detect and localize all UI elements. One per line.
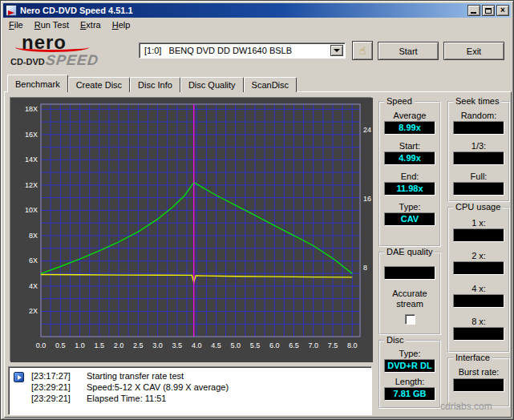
- burst-rate-value: [453, 378, 504, 392]
- menu-help[interactable]: Help: [107, 18, 136, 31]
- seek-random-label: Random:: [449, 111, 508, 120]
- dae-quality-panel: DAE quality Accurate stream: [378, 252, 441, 335]
- cpu-2x-label: 2 x:: [449, 251, 508, 260]
- minimize-button[interactable]: [467, 5, 480, 16]
- speed-panel: Speed Average 8.99x Start: 4.99x End: 11…: [378, 101, 441, 247]
- svg-text:4.0: 4.0: [192, 341, 202, 349]
- exit-button[interactable]: Exit: [443, 42, 504, 60]
- burst-rate-label: Burst rate:: [449, 367, 508, 377]
- interface-panel: Interface Burst rate:: [447, 357, 510, 407]
- title-bar[interactable]: Nero CD-DVD Speed 4.51.1 ×: [3, 3, 511, 18]
- maximize-button[interactable]: [482, 5, 495, 16]
- tab-disc-quality[interactable]: Disc Quality: [180, 77, 244, 92]
- seek-random-value: [453, 121, 504, 135]
- speed-start-label: Start:: [380, 141, 439, 151]
- svg-text:6X: 6X: [29, 256, 38, 265]
- svg-text:1.5: 1.5: [95, 341, 105, 349]
- app-icon: [6, 5, 17, 16]
- cpu-8x-value: [453, 327, 504, 341]
- log-message: Starting transfer rate test: [87, 371, 184, 381]
- svg-text:8X: 8X: [29, 232, 38, 240]
- log-timestamp: [23:29:21]: [31, 394, 71, 403]
- transfer-rate-chart: 0.00.51.01.52.02.53.03.54.04.55.05.56.06…: [10, 97, 372, 361]
- tab-create-disc[interactable]: Create Disc: [68, 77, 130, 92]
- speed-average-label: Average: [380, 111, 439, 120]
- tab-disc-info[interactable]: Disc Info: [130, 77, 180, 92]
- svg-text:6.0: 6.0: [269, 341, 280, 349]
- nero-logo-cddvd: CD-DVD: [10, 57, 45, 67]
- log-line: [23:29:21] Speed:5-12 X CAV (8.99 X aver…: [9, 382, 371, 394]
- cpu-1x-value: [453, 228, 504, 242]
- tab-scandisc[interactable]: ScanDisc: [244, 77, 297, 92]
- svg-text:3.5: 3.5: [172, 341, 183, 349]
- menu-bar: File Run Test Extra Help: [3, 18, 511, 32]
- menu-run-test[interactable]: Run Test: [29, 18, 75, 31]
- minimize-icon: [471, 12, 476, 14]
- log-timestamp: [23:29:21]: [31, 382, 71, 392]
- speed-average-value: 8.99x: [384, 121, 435, 135]
- speed-type-label: Type:: [380, 202, 439, 212]
- log-message: Elapsed Time: 11:51: [87, 394, 166, 403]
- speed-panel-title: Speed: [384, 96, 415, 106]
- disc-length-value: 7.81 GB: [384, 387, 435, 401]
- svg-text:2.0: 2.0: [114, 341, 124, 349]
- seek-times-title: Seek times: [453, 96, 501, 106]
- drive-info-button[interactable]: ☝: [352, 41, 373, 60]
- dae-quality-value: [384, 266, 435, 280]
- svg-text:18X: 18X: [25, 105, 38, 113]
- chart-canvas: 0.00.51.01.52.02.53.03.54.04.55.05.56.06…: [10, 98, 373, 362]
- app-window: Nero CD-DVD Speed 4.51.1 × File Run Test…: [0, 0, 514, 420]
- svg-text:5.0: 5.0: [230, 341, 241, 349]
- start-button[interactable]: Start: [378, 42, 439, 60]
- disc-type-label: Type:: [380, 349, 439, 358]
- log-line: [23:17:27] Starting transfer rate test: [9, 371, 371, 382]
- accurate-stream-checkbox[interactable]: [405, 314, 415, 325]
- disc-type-value: DVD+R DL: [384, 359, 435, 373]
- svg-text:4.5: 4.5: [211, 341, 221, 349]
- accurate-stream-label: Accurate stream: [380, 289, 439, 309]
- tab-benchmark[interactable]: Benchmark: [7, 75, 68, 92]
- svg-text:7.5: 7.5: [328, 341, 338, 349]
- nero-logo-speed: SPEED: [45, 52, 99, 69]
- speed-type-value: CAV: [384, 212, 435, 226]
- svg-text:4X: 4X: [29, 282, 38, 290]
- maximize-icon: [485, 8, 492, 14]
- seek-third-value: [453, 151, 504, 165]
- svg-text:0.5: 0.5: [55, 341, 66, 349]
- svg-text:0.0: 0.0: [36, 341, 47, 349]
- cpu-4x-value: [453, 294, 504, 308]
- cpu-8x-label: 8 x:: [449, 317, 508, 326]
- dae-quality-title: DAE quality: [384, 247, 435, 256]
- log-line: [23:29:21] Elapsed Time: 11:51: [9, 394, 371, 405]
- disc-panel-title: Disc: [384, 335, 406, 345]
- tab-strip: Benchmark Create Disc Disc Info Disc Qua…: [7, 75, 297, 92]
- disc-panel: Disc Type: DVD+R DL Length: 7.81 GB: [378, 340, 441, 409]
- speed-end-label: End:: [380, 172, 439, 181]
- svg-text:2X: 2X: [29, 307, 38, 315]
- svg-text:16: 16: [363, 195, 371, 203]
- speed-start-value: 4.99x: [384, 151, 435, 165]
- seek-third-label: 1/3:: [449, 141, 508, 151]
- svg-text:2.5: 2.5: [133, 341, 144, 349]
- menu-file[interactable]: File: [3, 18, 29, 31]
- nero-logo-swoosh: [15, 42, 89, 52]
- svg-text:7.0: 7.0: [308, 341, 318, 349]
- drive-dropdown-button[interactable]: [330, 45, 343, 56]
- svg-text:5.5: 5.5: [250, 341, 261, 349]
- benchmark-tab-page: 0.00.51.01.52.02.53.03.54.04.55.05.56.06…: [4, 91, 512, 418]
- seek-full-label: Full:: [449, 172, 508, 181]
- menu-extra[interactable]: Extra: [75, 18, 107, 31]
- svg-text:16X: 16X: [25, 131, 38, 139]
- svg-text:1.0: 1.0: [75, 341, 85, 349]
- svg-text:12X: 12X: [25, 181, 38, 189]
- speed-end-value: 11.98x: [384, 182, 435, 196]
- hand-icon: ☝: [359, 45, 366, 56]
- nero-logo: nero CD-DVD SPEED: [9, 33, 133, 73]
- drive-selected-value: [1:0] BENQ DVD DD DW1640 BSLB: [144, 46, 292, 55]
- drive-selector[interactable]: [1:0] BENQ DVD DD DW1640 BSLB: [139, 42, 346, 59]
- close-button[interactable]: ×: [496, 5, 509, 16]
- log-message: Speed:5-12 X CAV (8.99 X average): [87, 382, 229, 392]
- svg-text:24: 24: [363, 126, 371, 134]
- cpu-usage-title: CPU usage: [453, 202, 503, 212]
- cpu-4x-label: 4 x:: [449, 284, 508, 293]
